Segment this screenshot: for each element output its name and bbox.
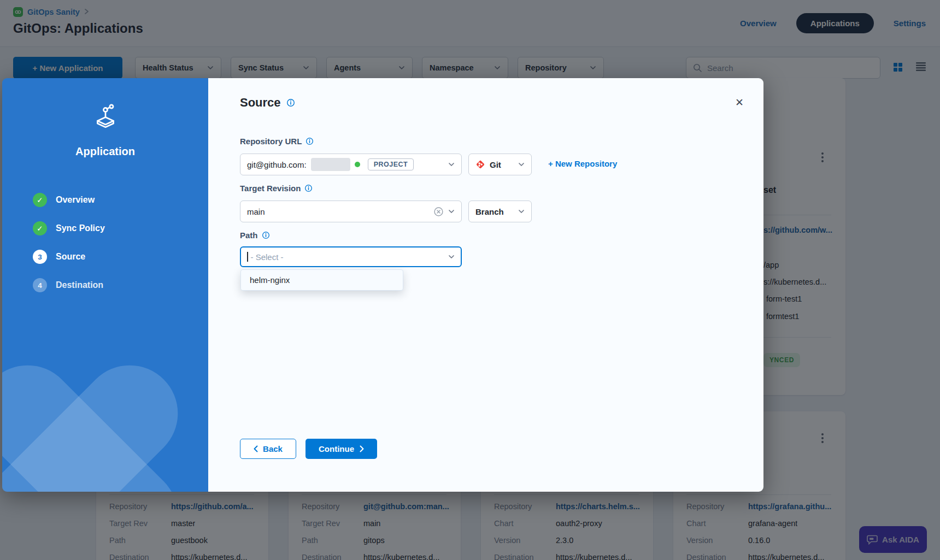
target-revision-value: main (247, 207, 265, 216)
step-sync-policy[interactable]: ✓ Sync Policy (33, 221, 105, 235)
application-icon (2, 103, 208, 131)
repository-url-label: Repository URL (240, 137, 314, 146)
field-label-text: Repository URL (240, 137, 302, 146)
wizard-steps: ✓ Overview ✓ Sync Policy 3 Source 4 Dest… (33, 193, 105, 306)
path-select-input[interactable]: - Select - (240, 246, 462, 267)
new-repository-link[interactable]: + New Repository (548, 159, 617, 168)
continue-button[interactable]: Continue (306, 439, 377, 459)
project-scope-tag: PROJECT (368, 158, 414, 170)
chevron-down-icon (518, 162, 525, 167)
back-label: Back (263, 444, 283, 453)
step-label: Destination (56, 280, 103, 290)
step-destination[interactable]: 4 Destination (33, 278, 105, 292)
target-revision-label: Target Revision (240, 184, 313, 193)
modal-section-title: Source (240, 96, 295, 110)
step-number: 3 (33, 250, 47, 264)
wizard-sidebar: Application ✓ Overview ✓ Sync Policy 3 S… (2, 78, 208, 492)
step-check-icon: ✓ (33, 221, 47, 235)
repo-type-select[interactable]: Git (468, 154, 532, 175)
wizard-title: Application (2, 145, 208, 158)
field-label-text: Path (240, 231, 258, 240)
info-icon[interactable] (304, 184, 313, 192)
path-option-helm-nginx[interactable]: helm-nginx (241, 270, 403, 290)
step-number: 4 (33, 278, 47, 292)
step-overview[interactable]: ✓ Overview (33, 193, 105, 207)
info-icon[interactable] (306, 137, 314, 145)
field-label-text: Target Revision (240, 184, 301, 193)
path-options-dropdown: helm-nginx (240, 269, 403, 291)
harness-watermark-logo (2, 294, 208, 492)
info-icon[interactable] (286, 98, 295, 107)
chevron-down-icon (518, 209, 525, 214)
path-placeholder: - Select - (251, 252, 284, 262)
chevron-right-icon (360, 445, 364, 452)
clear-icon[interactable] (433, 207, 444, 217)
step-label: Sync Policy (56, 223, 105, 233)
connection-status-dot (355, 162, 360, 167)
repository-url-select[interactable]: git@github.com: PROJECT (240, 154, 462, 175)
repo-type-value: Git (490, 160, 501, 169)
git-icon (475, 160, 485, 169)
source-heading: Source (240, 96, 281, 110)
close-icon[interactable]: ✕ (732, 95, 747, 110)
path-label: Path (240, 231, 270, 240)
modal-content: Source ✕ Repository URL git@github.com: … (208, 78, 763, 492)
step-source[interactable]: 3 Source (33, 250, 105, 264)
new-application-modal: Application ✓ Overview ✓ Sync Policy 3 S… (2, 78, 763, 492)
continue-label: Continue (319, 444, 354, 453)
chevron-left-icon (254, 445, 258, 452)
step-label: Source (56, 252, 85, 262)
back-button[interactable]: Back (240, 439, 296, 459)
chevron-down-icon (448, 209, 455, 214)
revision-type-value: Branch (475, 207, 504, 216)
chevron-down-icon (448, 162, 455, 167)
text-caret (247, 252, 248, 262)
step-check-icon: ✓ (33, 193, 47, 207)
repository-url-value: git@github.com: (247, 160, 307, 169)
step-label: Overview (56, 195, 95, 205)
revision-type-select[interactable]: Branch (468, 201, 532, 222)
redacted-text-block (311, 158, 350, 171)
info-icon[interactable] (262, 231, 270, 239)
target-revision-select[interactable]: main (240, 201, 462, 222)
chevron-down-icon (448, 255, 455, 259)
